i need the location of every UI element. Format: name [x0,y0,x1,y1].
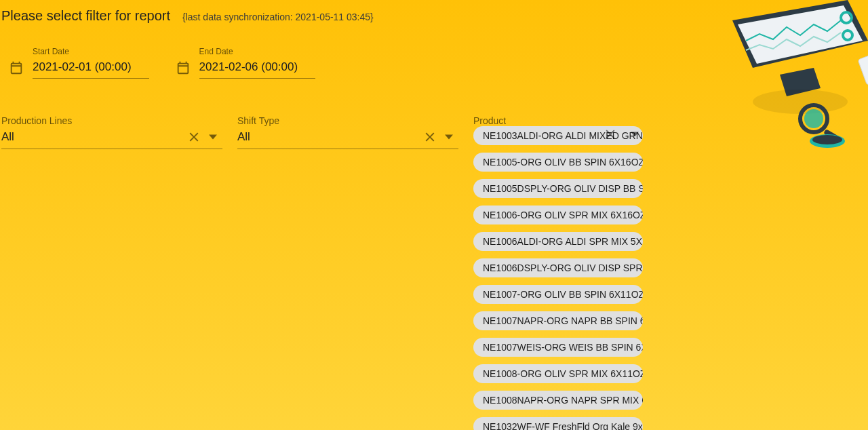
production-lines-filter: Production Lines All [1,115,222,149]
product-filter: Product NE1003ALDI-ORG ALDI MIXED GRNS 6… [473,115,868,430]
product-chip[interactable]: NE1008NAPR-ORG NAPR SPR MIX 6X11OZ [473,391,643,410]
chevron-down-icon[interactable] [625,125,644,144]
shift-type-filter: Shift Type All [237,115,458,149]
product-chip[interactable]: NE1032WF-WF FreshFld Org Kale 9x16oz [473,417,643,430]
product-label: Product [473,115,868,126]
start-date-label: Start Date [33,47,149,56]
calendar-icon[interactable] [7,60,26,79]
product-chip[interactable]: NE1006DSPLY-ORG OLIV DISP SPR MIX 9X16 [473,258,643,277]
end-date-label: End Date [199,47,316,56]
production-lines-value: All [1,130,184,144]
clear-icon[interactable] [184,128,203,146]
product-chip[interactable]: NE1005-ORG OLIV BB SPIN 6X16OZ [473,153,643,172]
product-chip[interactable]: NE1007WEIS-ORG WEIS BB SPIN 6X11OZ [473,338,643,357]
product-chip[interactable]: NE1007-ORG OLIV BB SPIN 6X11OZ [473,285,643,304]
production-lines-label: Production Lines [1,115,222,126]
start-date-input[interactable]: 2021-02-01 (00:00) [33,58,149,79]
clear-icon[interactable] [601,125,620,144]
page-title: Please select filter for report [1,8,170,24]
calendar-icon[interactable] [174,60,193,79]
start-date-field: Start Date 2021-02-01 (00:00) [7,47,149,79]
product-chip[interactable]: NE1008-ORG OLIV SPR MIX 6X11OZ [473,364,643,383]
production-lines-select[interactable]: All [1,126,222,149]
chevron-down-icon[interactable] [203,128,222,146]
sync-note: {last data synchronization: 2021-05-11 0… [182,12,374,22]
product-chip[interactable]: NE1007NAPR-ORG NAPR BB SPIN 6X11OZ [473,311,643,330]
end-date-field: End Date 2021-02-06 (00:00) [174,47,316,79]
shift-type-value: All [237,130,420,144]
shift-type-select[interactable]: All [237,126,458,149]
product-chip[interactable]: NE1006-ORG OLIV SPR MIX 6X16OZ [473,206,643,224]
end-date-input[interactable]: 2021-02-06 (00:00) [199,58,316,79]
chevron-down-icon[interactable] [439,128,458,146]
product-chip[interactable]: NE1005DSPLY-ORG OLIV DISP BB SPIN 9X16O [473,179,643,198]
product-chip[interactable]: NE1006ALDI-ORG ALDI SPR MIX 5X16OZ [473,232,643,251]
shift-type-label: Shift Type [237,115,458,126]
clear-icon[interactable] [420,128,439,146]
